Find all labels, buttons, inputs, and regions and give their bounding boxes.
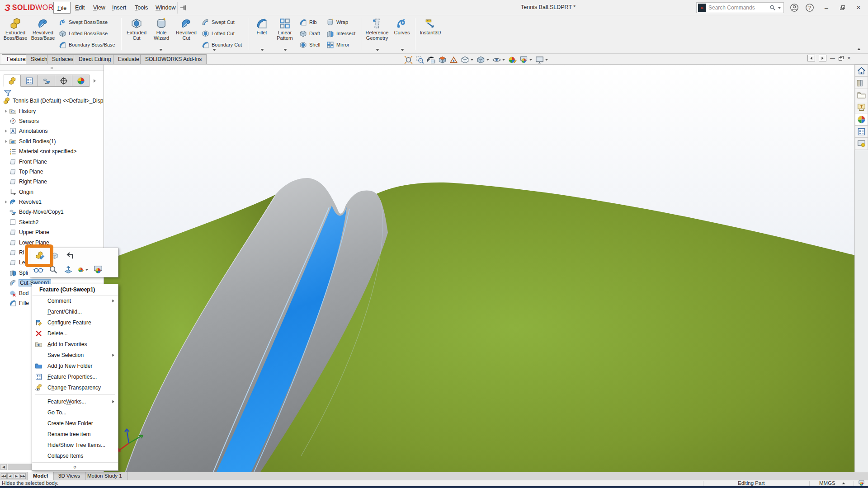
graphics-viewport[interactable] (104, 65, 854, 472)
tab-displaymanager[interactable] (72, 75, 90, 87)
menu-file[interactable]: File (53, 2, 71, 14)
tab-dimxpertmanager[interactable] (55, 75, 72, 87)
doc-close-icon[interactable]: × (847, 55, 851, 61)
instant3d-button[interactable]: Instant3D (418, 16, 443, 52)
expand-arrow-icon[interactable] (3, 109, 9, 113)
minimize-button[interactable]: – (821, 3, 832, 13)
rollback-icon[interactable] (64, 250, 75, 261)
taskpane-design-library-icon[interactable] (855, 77, 868, 89)
reference-geometry-button[interactable]: Reference Geometry (363, 16, 391, 52)
tree-item-annotations[interactable]: Annotations (0, 126, 104, 136)
expand-arrow-icon[interactable] (3, 200, 9, 204)
tab-configurationmanager[interactable] (38, 75, 55, 87)
menu-item-go-to[interactable]: Go To... (32, 407, 118, 418)
help-icon[interactable]: ? (804, 3, 816, 13)
curves-dropdown-icon[interactable] (401, 49, 404, 51)
tab-nav-first-icon[interactable]: ◀◀ (1, 473, 7, 479)
search-dropdown-icon[interactable] (778, 7, 781, 9)
menu-view[interactable]: View (90, 2, 109, 14)
tab-featuremanager-tree[interactable] (4, 75, 21, 87)
tree-item-origin[interactable]: Origin (0, 187, 104, 197)
hole-wizard-dropdown-icon[interactable] (159, 49, 163, 51)
tab-nav-prev-icon[interactable]: ◀ (7, 473, 13, 479)
tree-item-revolve1[interactable]: Revolve1 (0, 197, 104, 207)
lofted-boss-base-button[interactable]: Lofted Boss/Base (59, 28, 115, 38)
intersect-button[interactable]: Intersect (326, 28, 355, 38)
taskpane-appearances-icon[interactable] (855, 113, 868, 126)
taskpane-forum-icon[interactable] (855, 138, 868, 150)
menu-item-delete[interactable]: Delete... (32, 328, 118, 339)
fillet-button[interactable]: Fillet (251, 16, 272, 52)
menu-item-configure-feature[interactable]: Configure Feature (32, 317, 118, 328)
hide-show-items-icon[interactable] (492, 55, 506, 65)
menu-expand-icon[interactable]: » (32, 462, 118, 470)
swept-boss-base-button[interactable]: Swept Boss/Base (59, 17, 115, 27)
section-view-icon[interactable] (438, 55, 447, 65)
boundary-boss-base-button[interactable]: Boundary Boss/Base (59, 40, 115, 50)
tab-propertymanager[interactable] (21, 75, 38, 87)
expand-arrow-icon[interactable] (3, 140, 9, 143)
scroll-left-icon[interactable]: ◀ (0, 464, 7, 470)
edit-appearance-icon[interactable] (508, 55, 517, 65)
menu-window[interactable]: Window (152, 2, 179, 14)
tab-nav-next-icon[interactable]: ▶ (14, 473, 19, 479)
tree-item-sketch2[interactable]: Sketch2 (0, 217, 104, 227)
mirror-button[interactable]: Mirror (326, 40, 355, 50)
menu-item-change-transparency[interactable]: Change Transparency (32, 382, 118, 393)
pane-right-icon[interactable] (819, 55, 826, 61)
tree-item-sensors[interactable]: Sensors (0, 116, 104, 126)
linear-pattern-button[interactable]: Linear Pattern (273, 16, 297, 52)
taskpane-view-palette-icon[interactable] (855, 101, 868, 113)
units-dropdown-icon[interactable] (842, 483, 845, 484)
swept-cut-button[interactable]: Swept Cut (202, 17, 242, 27)
tree-item-body-move-copy1[interactable]: Body-Move/Copy1 (0, 207, 104, 217)
linear-pattern-dropdown-icon[interactable] (283, 49, 287, 51)
close-button[interactable]: × (853, 3, 864, 13)
taskpane-home-icon[interactable] (855, 65, 868, 77)
menu-item-hide-show-tree-items[interactable]: Hide/Show Tree Items... (32, 440, 118, 450)
lofted-cut-button[interactable]: Lofted Cut (202, 28, 242, 38)
wrap-button[interactable]: Wrap (326, 17, 355, 27)
extruded-cut-button[interactable]: Extruded Cut (124, 16, 149, 52)
menu-item-save-selection[interactable]: Save Selection (32, 350, 118, 361)
menu-item-comment[interactable]: Comment (32, 296, 118, 306)
menu-item-add-to-favorites[interactable]: Add to Favorites (32, 339, 118, 350)
tab-evaluate[interactable]: Evaluate (113, 54, 144, 64)
tab-motion-study-1[interactable]: Motion Study 1 (82, 472, 128, 480)
doc-minimize-icon[interactable]: — (830, 56, 835, 61)
tree-item-front-plane[interactable]: Front Plane (0, 156, 104, 166)
fillet-dropdown-icon[interactable] (260, 49, 264, 51)
zoom-to-fit-icon[interactable] (404, 55, 413, 65)
view-orientation-icon[interactable] (460, 55, 474, 65)
menu-insert[interactable]: Insert (108, 2, 130, 14)
panel-tabs-expand-icon[interactable] (90, 75, 99, 87)
extruded-boss-base-button[interactable]: Extruded Boss/Base (2, 16, 29, 52)
revolved-cut-button[interactable]: Revolved Cut (174, 16, 199, 52)
tree-item-history[interactable]: History (0, 106, 104, 116)
menu-item-parent-child[interactable]: Parent/Child... (32, 306, 118, 317)
tree-item-material[interactable]: Material <not specified> (0, 146, 104, 156)
menu-tools[interactable]: Tools (131, 2, 151, 14)
boundary-cut-button[interactable]: Boundary Cut (202, 40, 242, 50)
tree-item-upper-plane[interactable]: Upper Plane (0, 227, 104, 237)
collapse-ribbon-icon[interactable] (857, 48, 860, 50)
search-icon[interactable] (769, 5, 776, 11)
tree-item-solid-bodies[interactable]: Solid Bodies(1) (0, 136, 104, 146)
menu-item-add-to-new-folder[interactable]: Add to New Folder (32, 361, 118, 371)
tree-item-right-plane[interactable]: Right Plane (0, 177, 104, 187)
taskpane-custom-properties-icon[interactable] (855, 126, 868, 138)
menu-item-feature-properties[interactable]: Feature Properties... (32, 371, 118, 382)
search-commands-box[interactable]: » Search Commands (696, 2, 784, 13)
view-settings-icon[interactable] (535, 55, 549, 65)
display-style-icon[interactable] (476, 55, 490, 65)
taskpane-file-explorer-icon[interactable] (855, 89, 868, 101)
shell-button[interactable]: Shell (299, 40, 320, 50)
reference-geometry-dropdown-icon[interactable] (376, 49, 379, 51)
menu-item-rename-tree-item[interactable]: Rename tree item (32, 429, 118, 440)
pin-menu-icon[interactable] (180, 5, 187, 11)
tree-item-top-plane[interactable]: Top Plane (0, 167, 104, 177)
menu-edit[interactable]: Edit (71, 2, 89, 14)
expand-arrow-icon[interactable] (3, 129, 9, 133)
menu-item-collapse-items[interactable]: Collapse Items (32, 450, 118, 461)
tab-solidworks-add-ins[interactable]: SOLIDWORKS Add-Ins (140, 54, 207, 64)
